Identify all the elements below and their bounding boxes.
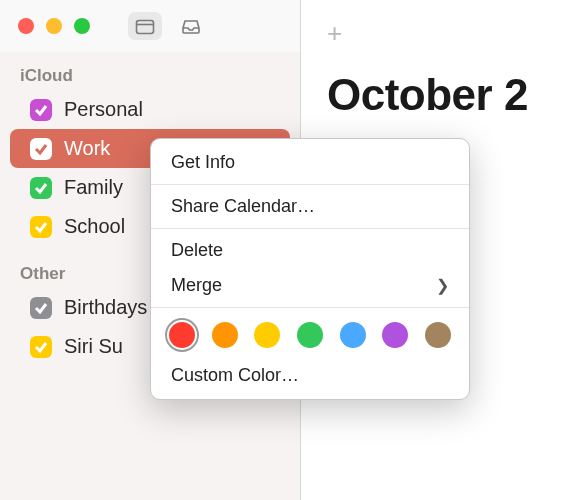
checkbox-icon[interactable]: [30, 99, 52, 121]
minimize-button[interactable]: [46, 18, 62, 34]
checkbox-icon[interactable]: [30, 138, 52, 160]
month-title: October 2: [327, 70, 528, 120]
menu-label: Share Calendar…: [171, 196, 315, 217]
section-header-icloud: iCloud: [0, 58, 300, 90]
color-swatch-yellow[interactable]: [254, 322, 280, 348]
inbox-icon: [181, 18, 201, 35]
context-menu: Get Info Share Calendar… Delete Merge ❯ …: [150, 138, 470, 400]
menu-item-delete[interactable]: Delete: [151, 233, 469, 268]
close-button[interactable]: [18, 18, 34, 34]
calendar-name: Family: [64, 176, 123, 199]
calendar-name: Birthdays: [64, 296, 147, 319]
menu-separator: [151, 228, 469, 229]
calendar-name: School: [64, 215, 125, 238]
menu-item-get-info[interactable]: Get Info: [151, 145, 469, 180]
checkbox-icon[interactable]: [30, 297, 52, 319]
color-swatch-blue[interactable]: [340, 322, 366, 348]
menu-separator: [151, 184, 469, 185]
menu-label: Merge: [171, 275, 222, 296]
menu-label: Get Info: [171, 152, 235, 173]
inbox-button[interactable]: [174, 12, 208, 40]
color-swatch-orange[interactable]: [212, 322, 238, 348]
checkbox-icon[interactable]: [30, 336, 52, 358]
sidebar-item-personal[interactable]: Personal: [0, 90, 300, 129]
calendar-name: Siri Su: [64, 335, 123, 358]
calendar-name: Work: [64, 137, 110, 160]
calendar-icon: [135, 18, 155, 35]
color-swatch-brown[interactable]: [425, 322, 451, 348]
menu-item-merge[interactable]: Merge ❯: [151, 268, 469, 303]
menu-label: Custom Color…: [171, 365, 299, 386]
menu-item-share-calendar[interactable]: Share Calendar…: [151, 189, 469, 224]
toolbar: [128, 12, 208, 40]
color-swatch-row: [151, 312, 469, 358]
add-event-button[interactable]: +: [327, 18, 342, 49]
checkbox-icon[interactable]: [30, 216, 52, 238]
window-controls: [18, 18, 90, 34]
chevron-right-icon: ❯: [436, 276, 449, 295]
menu-separator: [151, 307, 469, 308]
calendars-toggle-button[interactable]: [128, 12, 162, 40]
menu-label: Delete: [171, 240, 223, 261]
color-swatch-red[interactable]: [169, 322, 195, 348]
color-swatch-green[interactable]: [297, 322, 323, 348]
checkbox-icon[interactable]: [30, 177, 52, 199]
menu-item-custom-color[interactable]: Custom Color…: [151, 358, 469, 393]
calendar-name: Personal: [64, 98, 143, 121]
maximize-button[interactable]: [74, 18, 90, 34]
color-swatch-purple[interactable]: [382, 322, 408, 348]
svg-rect-0: [137, 20, 154, 33]
